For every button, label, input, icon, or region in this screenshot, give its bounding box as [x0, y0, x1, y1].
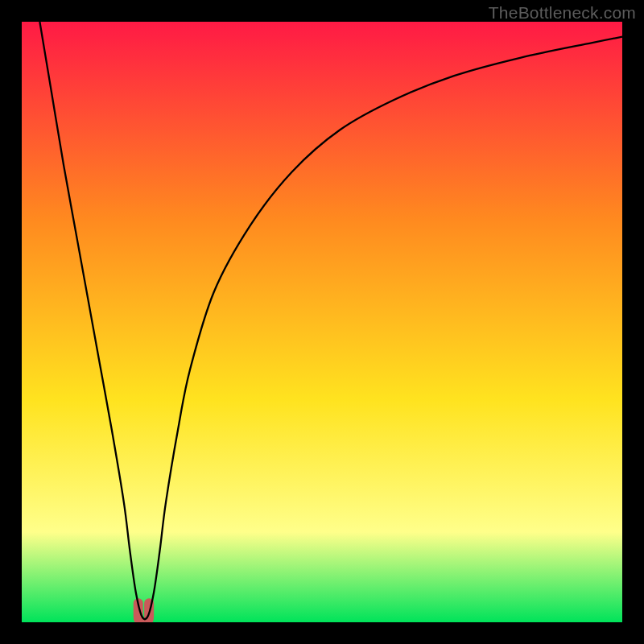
gradient-background [22, 22, 622, 622]
chart-svg [22, 22, 622, 622]
chart-frame [22, 22, 622, 622]
watermark-text: TheBottleneck.com [489, 3, 636, 23]
